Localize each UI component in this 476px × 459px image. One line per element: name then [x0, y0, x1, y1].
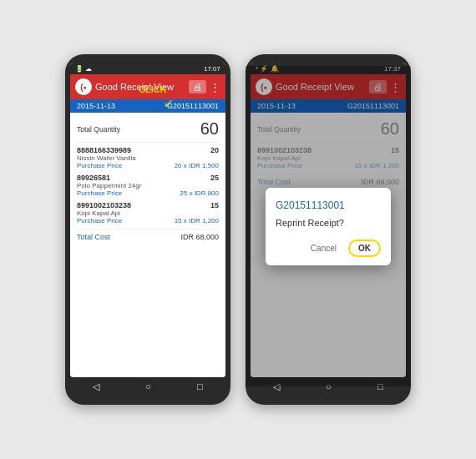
dialog-box: G20151113001 Reprint Receipt? Cancel OK: [266, 188, 391, 265]
status-time-1: 17:07: [204, 65, 220, 73]
dialog-question: Reprint Receipt?: [276, 218, 381, 228]
click-label: CLICK: [139, 84, 167, 94]
item-code-2: 89926581 25: [77, 174, 219, 182]
more-button-1[interactable]: ⋮: [210, 81, 220, 93]
dialog-ok-button[interactable]: OK: [348, 240, 381, 257]
dialog-overlay: G20151113001 Reprint Receipt? Cancel OK: [251, 66, 406, 377]
date-1: 2015-11-13: [77, 102, 115, 110]
item-price-1: Purchase Price 20 x IDR 1,500: [77, 162, 219, 169]
total-cost-value-1: IDR 68,000: [180, 233, 219, 241]
item-code-1: 8888166339989 20: [77, 146, 219, 154]
phone1-screen: 🔋 ☁ 17:07 (● Good Receipt View 🖨 ⋮ 2015-…: [70, 63, 225, 377]
status-bar-1: 🔋 ☁ 17:07: [70, 63, 225, 74]
item-price-3: Purchase Price 15 x IDR 1,200: [77, 217, 219, 224]
total-qty-value-1: 60: [200, 119, 219, 139]
item-name-2: Polo Pappermint 24gr: [77, 182, 219, 189]
phone1: CLICK ↙ 🔋 ☁ 17:07 (● Good Receipt View 🖨…: [65, 54, 230, 405]
arrow-icon: ↙: [164, 96, 174, 109]
print-button-1[interactable]: 🖨: [189, 80, 206, 93]
item-price-2: Purchase Price 25 x IDR 800: [77, 189, 219, 197]
total-cost-label-1: Total Cost: [77, 233, 110, 241]
receipt-id-1: G20151113001: [167, 102, 219, 110]
phone2: * ⚡ 🔔 17:37 (● Good Receipt View 🖨 ⋮ 201…: [246, 54, 411, 405]
dialog-cancel-button[interactable]: Cancel: [306, 240, 342, 257]
total-qty-label-1: Total Quantity: [77, 125, 120, 134]
total-cost-row-1: Total Cost IDR 68,000: [77, 229, 219, 245]
item-row-2: 89926581 25 Polo Pappermint 24gr Purchas…: [77, 174, 219, 197]
back-btn-1[interactable]: ◁: [93, 381, 99, 392]
item-name-3: Kopi Kapal Api: [77, 209, 219, 217]
square-btn-1[interactable]: □: [197, 381, 203, 392]
date-bar-1: 2015-11-13 G20151113001: [70, 99, 225, 113]
nav-bar-1: ◁ ○ □: [70, 377, 225, 396]
item-code-3: 8991002103238 15: [77, 201, 219, 209]
logo-1: (●: [75, 78, 92, 95]
content-1: Total Quantity 60 8888166339989 20 Nissi…: [70, 113, 225, 377]
status-left-1: 🔋 ☁: [75, 65, 92, 73]
home-btn-1[interactable]: ○: [145, 381, 151, 392]
item-name-1: Nissin Wafer Vanilla: [77, 154, 219, 162]
item-row-3: 8991002103238 15 Kopi Kapal Api Purchase…: [77, 201, 219, 224]
phone2-screen: * ⚡ 🔔 17:37 (● Good Receipt View 🖨 ⋮ 201…: [251, 63, 406, 377]
dialog-buttons: Cancel OK: [276, 240, 381, 257]
dialog-receipt-id: G20151113001: [276, 199, 381, 211]
item-row-1: 8888166339989 20 Nissin Wafer Vanilla Pu…: [77, 146, 219, 169]
total-qty-row-1: Total Quantity 60: [77, 116, 219, 143]
